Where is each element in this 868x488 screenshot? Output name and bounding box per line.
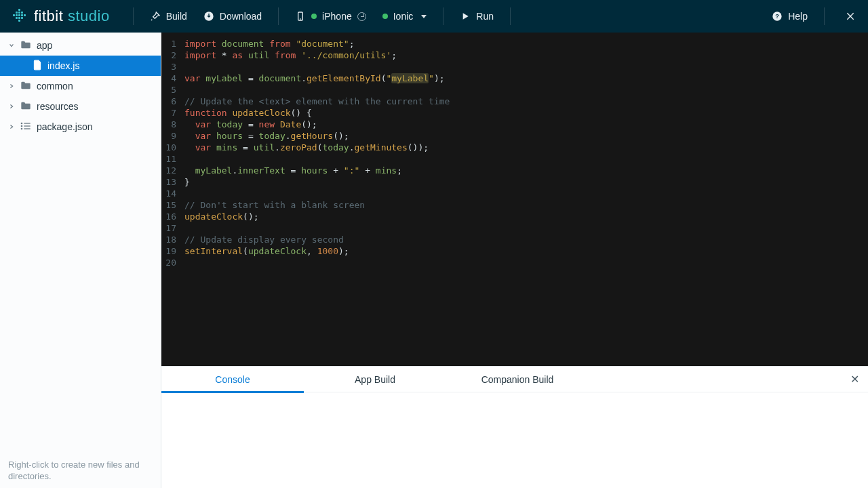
run-button[interactable]: Run [452, 0, 502, 33]
file-icon [33, 60, 42, 73]
download-button[interactable]: Download [195, 0, 270, 33]
brand-logo: fitbit studio [0, 7, 125, 25]
status-dot-icon [382, 14, 388, 19]
sidebar: appindex.jscommonresourcespackage.json R… [0, 33, 161, 488]
divider [133, 7, 134, 25]
chevron-right-icon [8, 124, 15, 129]
watch-selector[interactable]: Ionic [374, 0, 435, 33]
run-label: Run [476, 11, 494, 22]
folder-item[interactable]: resources [0, 96, 161, 117]
download-label: Download [220, 11, 262, 22]
brand-text: fitbit studio [34, 7, 110, 25]
panel-body [161, 392, 868, 488]
tree-item-label: app [37, 40, 52, 51]
build-label: Build [166, 11, 187, 22]
chevron-down-icon [8, 43, 15, 48]
panel-close-button[interactable]: ✕ [841, 373, 868, 386]
download-icon [203, 11, 214, 22]
tree-item-label: common [37, 81, 73, 92]
panel-tabs: ConsoleApp BuildCompanion Build✕ [161, 367, 868, 392]
folder-icon [20, 81, 31, 92]
phone-icon [295, 11, 306, 22]
folder-item[interactable]: common [0, 76, 161, 96]
close-icon [845, 11, 856, 22]
tree-item-label: package.json [37, 121, 93, 132]
phone-selector[interactable]: iPhone [287, 0, 374, 33]
clock-icon [357, 12, 366, 21]
bottom-panel: ConsoleApp BuildCompanion Build✕ [161, 366, 868, 488]
build-icon [150, 11, 161, 22]
brand-icon [12, 9, 27, 24]
help-label: Help [788, 11, 808, 22]
file-tree: appindex.jscommonresourcespackage.json [0, 33, 161, 452]
list-icon [20, 121, 31, 133]
build-button[interactable]: Build [142, 0, 195, 33]
line-gutter: 1234567891011121314151617181920 [161, 33, 180, 366]
panel-tab[interactable]: Console [161, 367, 304, 392]
file-item[interactable]: index.js [0, 56, 161, 76]
code-editor[interactable]: 1234567891011121314151617181920 import d… [161, 33, 868, 366]
chevron-down-icon [421, 15, 427, 18]
code-content: import document from "document";import *… [180, 33, 450, 366]
svg-point-11 [21, 125, 22, 126]
divider [278, 7, 279, 25]
folder-icon [20, 101, 31, 113]
tree-item-label: index.js [47, 60, 79, 71]
svg-point-12 [21, 128, 22, 129]
panel-tab[interactable]: Companion Build [446, 367, 589, 392]
divider [510, 7, 511, 25]
phone-label: iPhone [322, 11, 352, 22]
status-dot-icon [311, 14, 317, 19]
folder-item[interactable]: app [0, 35, 161, 56]
close-button[interactable] [833, 0, 868, 33]
topbar: fitbit studio Build Download iPhone Ioni… [0, 0, 868, 33]
svg-point-10 [21, 123, 22, 123]
help-button[interactable]: ? Help [764, 0, 816, 33]
chevron-right-icon [8, 83, 15, 89]
watch-label: Ionic [393, 11, 414, 22]
divider [443, 7, 443, 25]
chevron-right-icon [8, 104, 15, 109]
divider [824, 7, 825, 25]
help-icon: ? [772, 11, 783, 22]
svg-text:?: ? [775, 13, 779, 20]
panel-tab[interactable]: App Build [304, 367, 446, 392]
folder-item[interactable]: package.json [0, 117, 161, 137]
sidebar-hint: Right-click to create new files and dire… [0, 452, 161, 488]
folder-icon [20, 40, 31, 52]
play-icon [460, 11, 471, 22]
tree-item-label: resources [37, 101, 78, 112]
